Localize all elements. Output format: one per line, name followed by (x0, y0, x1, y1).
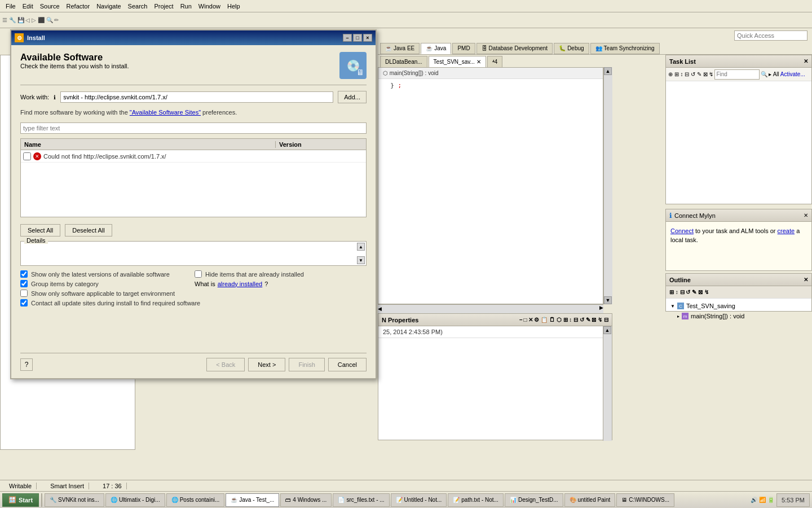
perspective-team-sync[interactable]: 👥 Team Synchronizing (590, 43, 660, 54)
help-button[interactable]: ? (20, 358, 33, 371)
task-list-close-icon: ✕ (804, 58, 808, 64)
outline-tree: ▼ C Test_SVN_saving ▸ m main(String[]) :… (666, 299, 811, 323)
menu-item-refactor[interactable]: Refactor (63, 2, 94, 11)
footer-buttons: < Back Next > Finish Cancel (206, 358, 367, 371)
dialog-maximize-btn[interactable]: □ (353, 34, 362, 42)
mylyn-close-icon[interactable]: ✕ (804, 212, 808, 218)
scroll-up-btn[interactable]: ▲ (604, 67, 612, 75)
menu-item-navigate[interactable]: Navigate (93, 2, 124, 11)
taskbar-item-5[interactable]: 📄 src_files.txt - ... (333, 493, 389, 507)
checkbox-latest[interactable] (20, 270, 28, 278)
already-installed-link[interactable]: already installed (218, 281, 263, 287)
task-find-input[interactable] (714, 69, 760, 80)
install-dialog: ⚙ Install – □ × Available Software Check… (10, 29, 377, 379)
outline-tree-root[interactable]: ▼ C Test_SVN_saving (670, 301, 807, 311)
taskbar-item-7[interactable]: 📝 path.txt - Not... (448, 493, 504, 507)
dialog-minimize-btn[interactable]: – (343, 34, 352, 42)
perspective-bar: ☕ Java EE ☕ Java PMD 🗄 Database Developm… (378, 42, 812, 55)
taskbar-item-4[interactable]: 🗃 4 Windows ... (280, 493, 332, 507)
install-icon: ⚙ (15, 33, 24, 42)
deselect-all-button[interactable]: Deselect All (65, 224, 112, 237)
details-scroll-down[interactable]: ▼ (357, 256, 365, 264)
add-button[interactable]: Add... (338, 91, 367, 103)
dialog-close-btn[interactable]: × (363, 34, 372, 42)
taskbar-item-10[interactable]: 🖥 C:\WINDOWS... (616, 493, 674, 507)
perspective-pmd[interactable]: PMD (452, 43, 475, 54)
row-checkbox-0[interactable] (23, 152, 31, 160)
status-position: 17 : 36 (98, 483, 127, 489)
props-minimize-btn[interactable]: – (519, 317, 523, 323)
taskbar-item-9[interactable]: 🎨 untitled Paint (564, 493, 616, 507)
work-with-label: Work with: (20, 94, 49, 100)
taskbar-icon-6: 📝 (396, 497, 403, 503)
outline-tree-main[interactable]: ▸ m main(String[]) : void (677, 311, 807, 321)
taskbar-icon-8: 📊 (510, 497, 517, 503)
system-tray-icons: 🔊 📶 🔋 (751, 497, 774, 503)
menu-item-run[interactable]: Run (177, 2, 195, 11)
taskbar-item-1[interactable]: 🌐 Ultimatix - Digi... (105, 493, 165, 507)
menu-item-window[interactable]: Window (195, 2, 224, 11)
filter-input[interactable] (20, 122, 367, 134)
select-all-button[interactable]: Select All (20, 224, 60, 237)
checkbox-row-2: Group items by category (20, 280, 192, 287)
editor-h-scrollbar[interactable]: ▶ ◀ (378, 304, 603, 313)
mylyn-connect-link[interactable]: Connect (670, 227, 694, 234)
finish-button[interactable]: Finish (289, 358, 324, 371)
taskbar-item-8[interactable]: 📊 Design_TestD... (505, 493, 563, 507)
work-with-input[interactable] (60, 91, 333, 103)
scroll-down-btn[interactable]: ▼ (604, 296, 612, 304)
taskbar-item-6[interactable]: 📝 Untitled - Not... (391, 493, 447, 507)
taskbar-item-2[interactable]: 🌐 Posts containi... (166, 493, 225, 507)
col-name: Name (21, 141, 276, 148)
perspective-java-ee[interactable]: ☕ Java EE (380, 43, 420, 54)
checkbox-hide-installed[interactable] (195, 270, 202, 278)
menu-item-edit[interactable]: Edit (19, 2, 37, 11)
task-toolbar-icons: ⊕ ⊞ ↕ ⊟ ↺ ✎ ⊠ ↯ (668, 71, 713, 77)
editor-scrollbar[interactable]: ▲ ▼ (603, 67, 612, 304)
menu-item-source[interactable]: Source (37, 2, 63, 11)
checkbox-target-env[interactable] (20, 290, 28, 297)
editor-tab-testsvn[interactable]: Test_SVN_sav... ✕ (429, 56, 486, 67)
checkbox-target-label: Show only software applicable to target … (31, 290, 175, 297)
perspective-java[interactable]: ☕ Java (421, 43, 451, 54)
details-scroll-up[interactable]: ▲ (357, 243, 365, 251)
props-maximize-btn[interactable]: □ (524, 317, 527, 323)
checkbox-contact-label: Contact all update sites during install … (31, 300, 200, 306)
editor-tab-extra[interactable]: ⁴4 (487, 56, 503, 67)
taskbar-separator (41, 493, 42, 507)
menu-item-search[interactable]: Search (125, 2, 151, 11)
taskbar-icon-2: 🌐 (171, 497, 178, 503)
checkbox-group-category[interactable] (20, 280, 28, 287)
menu-item-help[interactable]: Help (224, 2, 244, 11)
editor-tab-dldata[interactable]: DLDataBean... (380, 56, 427, 67)
taskbar-item-0[interactable]: 🔧 SVNKit not ins... (45, 493, 104, 507)
props-scrollbar[interactable]: ▲ (603, 326, 612, 441)
checkbox-group-label: Group items by category (31, 281, 99, 287)
start-button[interactable]: 🪟 Start (2, 493, 39, 507)
next-button[interactable]: Next > (248, 358, 285, 371)
connect-mylyn-panel: ℹ Connect Mylyn ✕ Connect to your task a… (665, 209, 812, 271)
props-scroll-up[interactable]: ▲ (603, 326, 611, 334)
find-more-row: Find more software by working with the "… (20, 108, 367, 117)
perspective-debug[interactable]: 🐛 Debug (554, 43, 589, 54)
task-list-toolbar: ⊕ ⊞ ↕ ⊟ ↺ ✎ ⊠ ↯ 🔍 ▸ All Activate... (666, 68, 811, 81)
menu-item-file[interactable]: File (2, 2, 19, 11)
work-with-info-icon[interactable]: ℹ (54, 94, 56, 100)
editor-tabs-bar: DLDataBean... Test_SVN_sav... ✕ ⁴4 (378, 55, 620, 67)
taskbar-item-3[interactable]: ☕ Java - Test_... (226, 493, 279, 507)
code-content[interactable]: } ; (378, 79, 603, 93)
task-list-body (666, 81, 811, 86)
activate-link[interactable]: Activate... (780, 71, 805, 77)
properties-timestamp: 25, 2014 2:43:58 PM) (378, 326, 612, 338)
quick-access-input[interactable] (734, 30, 807, 41)
perspective-db-dev[interactable]: 🗄 Database Development (476, 43, 553, 54)
class-icon: C (677, 303, 684, 309)
mylyn-header: ℹ Connect Mylyn ✕ (666, 209, 811, 222)
mylyn-create-link[interactable]: create (778, 227, 795, 234)
checkbox-contact-sites[interactable] (20, 299, 28, 306)
available-sites-link[interactable]: "Available Software Sites" (130, 109, 201, 116)
details-content (25, 244, 361, 257)
back-button[interactable]: < Back (206, 358, 245, 371)
menu-item-project[interactable]: Project (151, 2, 176, 11)
cancel-button[interactable]: Cancel (328, 358, 367, 371)
